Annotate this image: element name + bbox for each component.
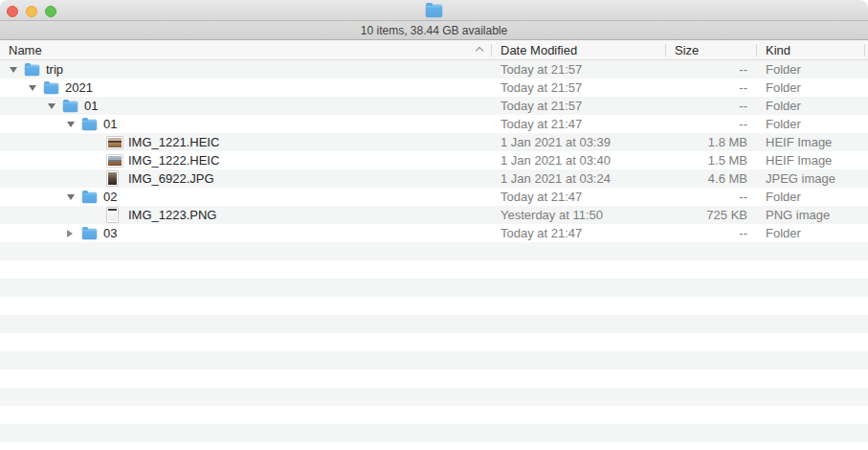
kind-cell: HEIF Image	[756, 151, 868, 169]
disclosure-triangle-icon[interactable]	[67, 193, 82, 200]
file-name: IMG_6922.JPG	[128, 171, 214, 186]
name-cell: 01	[0, 115, 491, 133]
folder-icon	[63, 101, 78, 112]
name-cell: IMG_6922.JPG	[0, 169, 491, 188]
empty-row	[0, 424, 868, 442]
date-modified-cell: Today at 21:47	[491, 188, 665, 206]
date-modified-cell: Today at 21:47	[491, 224, 665, 242]
file-name: trip	[46, 62, 63, 77]
disclosure-triangle-icon[interactable]	[48, 102, 63, 109]
name-cell: IMG_1223.PNG	[0, 206, 491, 224]
size-cell: --	[665, 224, 756, 242]
table-row[interactable]: trip Today at 21:57 -- Folder	[0, 60, 868, 79]
size-cell: 1.8 MB	[665, 133, 756, 151]
name-cell: IMG_1222.HEIC	[0, 151, 491, 169]
table-row[interactable]: IMG_1222.HEIC 1 Jan 2021 at 03:40 1.5 MB…	[0, 151, 868, 169]
image-thumbnail-icon	[107, 171, 118, 186]
kind-cell: PNG image	[756, 206, 868, 224]
file-name: IMG_1222.HEIC	[128, 153, 219, 168]
title-bar	[0, 0, 868, 21]
file-name: 01	[84, 99, 98, 113]
table-row[interactable]: IMG_6922.JPG 1 Jan 2021 at 03:24 4.6 MB …	[0, 169, 868, 188]
kind-cell: Folder	[756, 224, 868, 242]
empty-row	[0, 351, 868, 370]
file-name: IMG_1221.HEIC	[128, 135, 219, 149]
size-cell: --	[665, 97, 756, 115]
column-header-size[interactable]: Size	[665, 40, 756, 59]
date-modified-cell: Today at 21:47	[491, 115, 665, 133]
kind-cell: Folder	[756, 97, 868, 115]
folder-icon	[44, 83, 58, 94]
status-bar: 10 items, 38.44 GB available	[0, 21, 868, 40]
file-name: 01	[103, 117, 117, 131]
size-cell: --	[665, 188, 756, 206]
kind-cell: Folder	[756, 188, 868, 206]
size-cell: --	[665, 115, 756, 133]
kind-cell: Folder	[756, 115, 868, 133]
table-row[interactable]: 02 Today at 21:47 -- Folder	[0, 188, 868, 206]
table-row[interactable]: IMG_1223.PNG Yesterday at 11:50 725 KB P…	[0, 206, 868, 224]
empty-row	[0, 370, 868, 388]
empty-row	[0, 333, 868, 351]
table-row[interactable]: IMG_1221.HEIC 1 Jan 2021 at 03:39 1.8 MB…	[0, 133, 868, 151]
empty-row	[0, 279, 868, 297]
empty-row	[0, 442, 868, 450]
disclosure-triangle-icon[interactable]	[67, 121, 82, 127]
column-header-kind[interactable]: Kind	[756, 40, 868, 59]
disclosure-triangle-icon[interactable]	[67, 230, 82, 237]
name-cell: 01	[0, 97, 491, 115]
name-cell: IMG_1221.HEIC	[0, 133, 491, 151]
size-cell: --	[665, 60, 756, 79]
kind-cell: Folder	[756, 60, 868, 79]
date-modified-cell: Today at 21:57	[491, 60, 665, 79]
table-row[interactable]: 01 Today at 21:57 -- Folder	[0, 97, 868, 115]
date-modified-cell: Yesterday at 11:50	[491, 206, 665, 224]
empty-row	[0, 260, 868, 279]
status-text: 10 items, 38.44 GB available	[361, 24, 507, 37]
file-name: IMG_1223.PNG	[128, 208, 217, 222]
disclosure-triangle-icon[interactable]	[10, 66, 25, 73]
file-name: 2021	[65, 80, 93, 95]
column-header-name[interactable]: Name	[0, 40, 491, 59]
size-cell: 1.5 MB	[665, 151, 756, 169]
folder-icon	[25, 65, 39, 76]
image-thumbnail-icon	[107, 137, 122, 148]
folder-icon	[82, 120, 97, 130]
image-thumbnail-icon	[107, 155, 122, 167]
name-cell: 02	[0, 188, 491, 206]
empty-row	[0, 242, 868, 260]
empty-row	[0, 315, 868, 333]
folder-proxy-icon[interactable]	[426, 5, 442, 17]
empty-row	[0, 297, 868, 315]
name-cell: trip	[0, 60, 491, 79]
date-modified-cell: 1 Jan 2021 at 03:39	[491, 133, 665, 151]
column-header-date-modified[interactable]: Date Modified	[491, 40, 665, 59]
kind-cell: Folder	[756, 79, 868, 97]
file-list: trip Today at 21:57 -- Folder 2021 Today…	[0, 60, 868, 450]
empty-row	[0, 388, 868, 406]
file-name: 02	[103, 190, 117, 204]
file-name: 03	[103, 226, 117, 240]
kind-cell: JPEG image	[756, 169, 868, 188]
sort-ascending-icon	[476, 47, 483, 55]
folder-icon	[82, 229, 97, 239]
date-modified-cell: Today at 21:57	[491, 97, 665, 115]
kind-cell: HEIF Image	[756, 133, 868, 151]
table-row[interactable]: 03 Today at 21:47 -- Folder	[0, 224, 868, 242]
table-row[interactable]: 01 Today at 21:47 -- Folder	[0, 115, 868, 133]
date-modified-cell: 1 Jan 2021 at 03:24	[491, 169, 665, 188]
date-modified-cell: Today at 21:57	[491, 79, 665, 97]
size-cell: 725 KB	[665, 206, 756, 224]
table-row[interactable]: 2021 Today at 21:57 -- Folder	[0, 79, 868, 97]
disclosure-triangle-icon[interactable]	[29, 84, 44, 91]
size-cell: 4.6 MB	[665, 169, 756, 188]
finder-window: 10 items, 38.44 GB available Name Date M…	[0, 0, 868, 450]
size-cell: --	[665, 79, 756, 97]
date-modified-cell: 1 Jan 2021 at 03:40	[491, 151, 665, 169]
folder-icon	[82, 192, 97, 203]
empty-row	[0, 406, 868, 424]
name-cell: 2021	[0, 79, 491, 97]
image-thumbnail-icon	[107, 208, 118, 222]
name-cell: 03	[0, 224, 491, 242]
column-header-row: Name Date Modified Size Kind	[0, 40, 868, 60]
